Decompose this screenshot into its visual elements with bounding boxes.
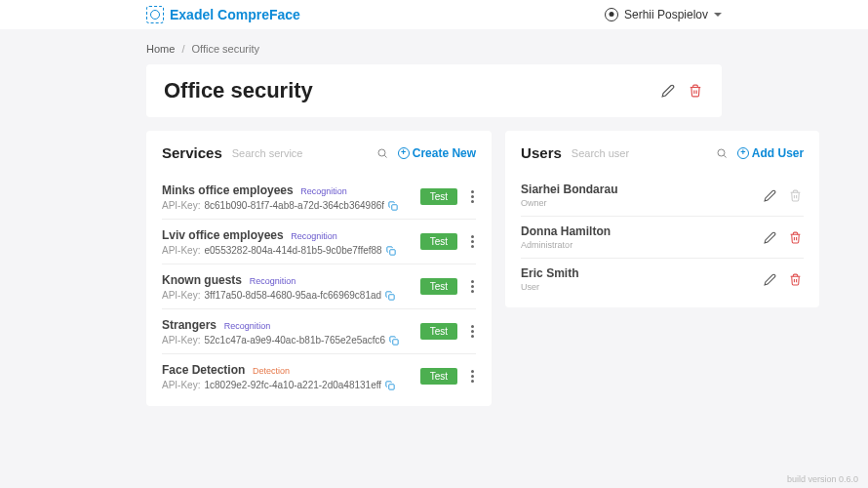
services-search-button[interactable] xyxy=(376,147,388,159)
svg-line-1 xyxy=(384,155,386,157)
services-panel: Services + Create New Minks office emplo… xyxy=(146,131,492,406)
chevron-down-icon xyxy=(714,13,722,17)
edit-app-button[interactable] xyxy=(659,82,677,100)
user-row: Siarhei Bondarau Owner xyxy=(521,175,804,217)
copy-api-key-button[interactable] xyxy=(386,246,396,256)
copy-icon xyxy=(385,381,395,390)
service-type-badge: Recognition xyxy=(224,321,271,331)
copy-icon xyxy=(389,336,399,346)
api-key-label: API-Key: xyxy=(162,245,200,256)
page-title: Office security xyxy=(164,78,313,103)
api-key-label: API-Key: xyxy=(162,380,200,390)
pencil-icon xyxy=(764,189,776,202)
api-key-value: 3ff17a50-8d58-4680-95aa-fc66969c81ad xyxy=(204,290,381,301)
user-role: Administrator xyxy=(521,240,761,250)
test-service-button[interactable]: Test xyxy=(420,233,457,250)
current-user-name: Serhii Pospielov xyxy=(624,8,708,21)
api-key-value: 8c61b090-81f7-4ab8-a72d-364cb364986f xyxy=(204,200,384,211)
svg-rect-4 xyxy=(389,294,394,299)
add-user-button[interactable]: + Add User xyxy=(737,146,804,160)
user-avatar-icon xyxy=(605,8,618,21)
copy-api-key-button[interactable] xyxy=(389,336,399,346)
service-name[interactable]: Lviv office employees xyxy=(162,228,284,242)
api-key-value: e0553282-804a-414d-81b5-9c0be7ffef88 xyxy=(204,245,381,256)
delete-app-button[interactable] xyxy=(687,82,704,100)
pencil-icon xyxy=(661,84,675,98)
user-menu[interactable]: Serhii Pospielov xyxy=(605,8,722,21)
search-icon xyxy=(716,147,728,159)
service-row: Strangers Recognition API-Key: 52c1c47a-… xyxy=(162,309,476,354)
service-name[interactable]: Known guests xyxy=(162,273,242,287)
service-type-badge: Recognition xyxy=(250,276,296,286)
svg-rect-2 xyxy=(392,204,397,209)
service-menu-button[interactable] xyxy=(469,278,476,295)
test-service-button[interactable]: Test xyxy=(420,188,457,205)
user-row: Donna Hamilton Administrator xyxy=(521,217,804,259)
service-type-badge: Recognition xyxy=(300,186,347,196)
user-name: Eric Smith xyxy=(521,266,761,280)
plus-circle-icon: + xyxy=(398,147,410,159)
edit-user-button[interactable] xyxy=(761,186,778,204)
svg-rect-6 xyxy=(389,384,394,388)
trash-icon xyxy=(789,231,802,244)
breadcrumb-home[interactable]: Home xyxy=(146,43,175,55)
delete-user-button[interactable] xyxy=(786,270,804,288)
copy-api-key-button[interactable] xyxy=(388,201,398,211)
trash-icon xyxy=(689,84,702,98)
svg-point-7 xyxy=(718,149,725,156)
api-key-value: 52c1c47a-a9e9-40ac-b81b-765e2e5acfc6 xyxy=(204,335,385,346)
service-name[interactable]: Minks office employees xyxy=(162,183,294,197)
pencil-icon xyxy=(764,273,776,286)
edit-user-button[interactable] xyxy=(761,228,778,246)
trash-icon xyxy=(789,189,802,202)
test-service-button[interactable]: Test xyxy=(420,323,457,340)
copy-icon xyxy=(386,246,396,256)
service-row: Lviv office employees Recognition API-Ke… xyxy=(162,220,476,264)
plus-circle-icon: + xyxy=(737,147,749,159)
services-search-input[interactable] xyxy=(232,147,367,159)
service-menu-button[interactable] xyxy=(469,233,476,250)
brand-logo[interactable]: Exadel CompreFace xyxy=(146,6,300,23)
service-name[interactable]: Strangers xyxy=(162,318,217,332)
copy-icon xyxy=(388,201,398,211)
delete-user-button[interactable] xyxy=(786,228,804,246)
user-row: Eric Smith User xyxy=(521,259,804,300)
breadcrumb-current: Office security xyxy=(192,43,260,55)
test-service-button[interactable]: Test xyxy=(420,368,457,385)
users-search-input[interactable] xyxy=(572,147,706,159)
copy-api-key-button[interactable] xyxy=(385,381,395,390)
copy-icon xyxy=(385,291,395,301)
service-type-badge: Detection xyxy=(253,366,290,376)
services-title: Services xyxy=(162,144,222,161)
service-menu-button[interactable] xyxy=(469,323,476,340)
users-search-button[interactable] xyxy=(716,147,728,159)
search-icon xyxy=(376,147,388,159)
pencil-icon xyxy=(764,231,776,244)
svg-point-0 xyxy=(378,149,385,156)
service-row: Face Detection Detection API-Key: 1c8029… xyxy=(162,354,476,398)
breadcrumb-separator: / xyxy=(181,43,184,55)
copy-api-key-button[interactable] xyxy=(385,291,395,301)
trash-icon xyxy=(789,273,802,286)
service-menu-button[interactable] xyxy=(469,188,476,205)
users-panel: Users + Add User Siarhei Bondarau Owner xyxy=(505,131,819,307)
service-type-badge: Recognition xyxy=(291,231,337,241)
users-title: Users xyxy=(521,144,562,161)
create-service-button[interactable]: + Create New xyxy=(398,146,476,160)
service-row: Minks office employees Recognition API-K… xyxy=(162,175,476,220)
svg-rect-3 xyxy=(389,249,394,254)
service-name[interactable]: Face Detection xyxy=(162,363,245,377)
user-role: Owner xyxy=(521,198,761,208)
create-service-label: Create New xyxy=(413,146,476,160)
test-service-button[interactable]: Test xyxy=(420,278,457,295)
api-key-label: API-Key: xyxy=(162,290,200,301)
user-name: Donna Hamilton xyxy=(521,224,761,238)
delete-user-button xyxy=(786,186,804,204)
api-key-label: API-Key: xyxy=(162,200,200,211)
breadcrumb: Home / Office security xyxy=(146,43,722,55)
api-key-label: API-Key: xyxy=(162,335,200,346)
service-menu-button[interactable] xyxy=(469,368,476,385)
logo-icon xyxy=(146,6,164,23)
add-user-label: Add User xyxy=(752,146,804,160)
edit-user-button[interactable] xyxy=(761,270,778,288)
